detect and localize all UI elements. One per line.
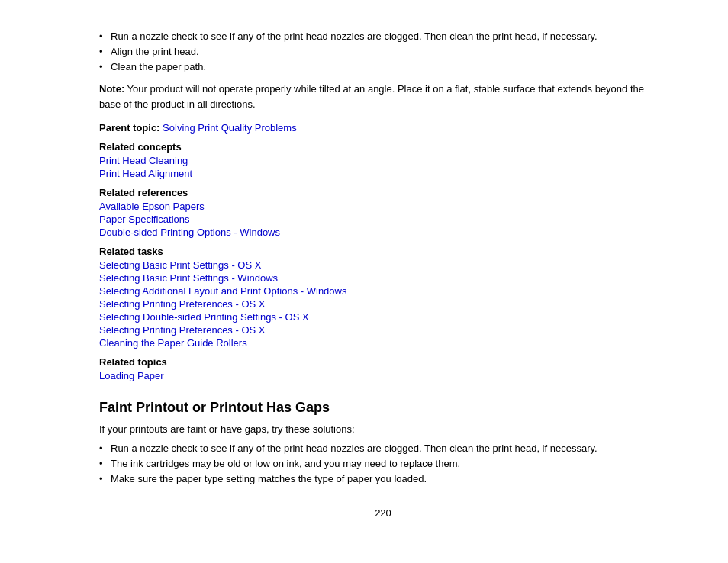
intro-text: If your printouts are faint or have gaps… <box>99 423 667 435</box>
link-selecting-printing-preferences-osx-2[interactable]: Selecting Printing Preferences - OS X <box>99 324 667 336</box>
link-paper-specifications[interactable]: Paper Specifications <box>99 214 667 225</box>
page-content: Run a nozzle check to see if any of the … <box>0 0 728 549</box>
parent-topic-link[interactable]: Solving Print Quality Problems <box>163 122 297 134</box>
bullet-item-2: Align the print head. <box>99 46 667 57</box>
related-topics-label: Related topics <box>99 356 667 368</box>
link-loading-paper[interactable]: Loading Paper <box>99 370 667 381</box>
link-selecting-basic-print-settings-osx[interactable]: Selecting Basic Print Settings - OS X <box>99 259 667 271</box>
bullet-item-1: Run a nozzle check to see if any of the … <box>99 31 667 42</box>
note-label: Note: <box>99 83 124 95</box>
related-tasks-block: Related tasks Selecting Basic Print Sett… <box>99 246 667 349</box>
link-selecting-double-sided-osx[interactable]: Selecting Double-sided Printing Settings… <box>99 311 667 323</box>
link-selecting-basic-print-settings-windows[interactable]: Selecting Basic Print Settings - Windows <box>99 272 667 284</box>
page-number: 220 <box>99 507 667 519</box>
related-concepts-label: Related concepts <box>99 141 667 153</box>
note-text: Your product will not operate properly w… <box>99 83 644 110</box>
link-double-sided-printing-options-windows[interactable]: Double-sided Printing Options - Windows <box>99 227 667 238</box>
link-available-epson-papers[interactable]: Available Epson Papers <box>99 201 667 212</box>
bullet-item-3: Clean the paper path. <box>99 61 667 72</box>
link-print-head-alignment[interactable]: Print Head Alignment <box>99 168 667 179</box>
related-references-block: Related references Available Epson Paper… <box>99 187 667 238</box>
section-heading: Faint Printout or Printout Has Gaps <box>99 400 667 416</box>
link-print-head-cleaning[interactable]: Print Head Cleaning <box>99 155 667 166</box>
top-bullet-list: Run a nozzle check to see if any of the … <box>99 31 667 72</box>
link-cleaning-paper-guide-rollers[interactable]: Cleaning the Paper Guide Rollers <box>99 337 667 349</box>
link-selecting-additional-layout-windows[interactable]: Selecting Additional Layout and Print Op… <box>99 285 667 297</box>
bottom-bullet-item-2: The ink cartridges may be old or low on … <box>99 458 667 469</box>
parent-topic-label: Parent topic: <box>99 122 159 134</box>
related-concepts-block: Related concepts Print Head Cleaning Pri… <box>99 141 667 179</box>
bottom-bullet-item-1: Run a nozzle check to see if any of the … <box>99 442 667 454</box>
note-block: Note: Your product will not operate prop… <box>99 82 667 111</box>
bottom-bullet-item-3: Make sure the paper type setting matches… <box>99 473 667 484</box>
related-references-label: Related references <box>99 187 667 198</box>
related-tasks-label: Related tasks <box>99 246 667 257</box>
bottom-bullet-list: Run a nozzle check to see if any of the … <box>99 442 667 484</box>
related-topics-block: Related topics Loading Paper <box>99 356 667 381</box>
link-selecting-printing-preferences-osx-1[interactable]: Selecting Printing Preferences - OS X <box>99 298 667 310</box>
parent-topic-line: Parent topic: Solving Print Quality Prob… <box>99 122 667 134</box>
